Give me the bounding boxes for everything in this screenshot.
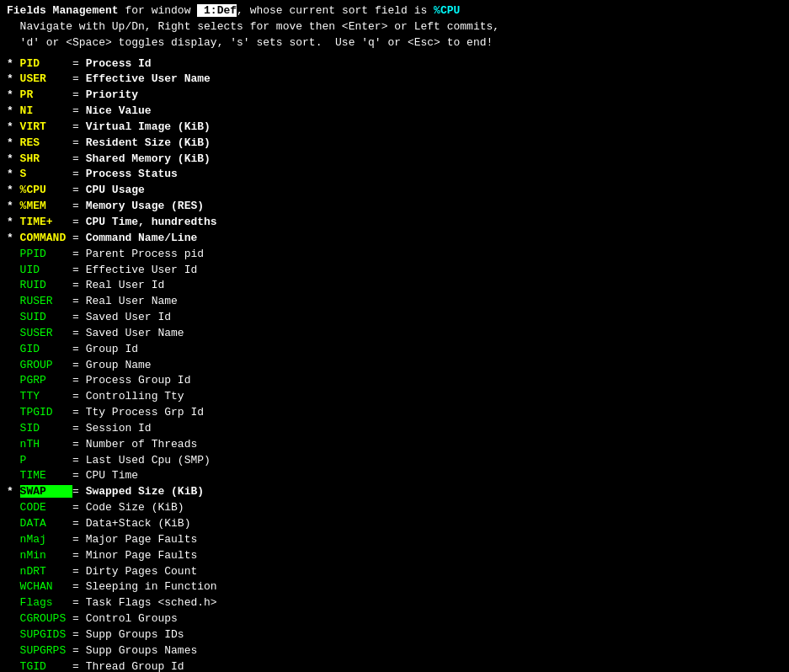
field-row-uid[interactable]: UID = Effective User Id [7, 263, 782, 279]
field-eq: = [72, 644, 86, 657]
field-eq: = [72, 279, 86, 291]
field-desc-time: CPU Time [86, 469, 138, 482]
field-row-p[interactable]: P = Last Used Cpu (SMP) [7, 453, 782, 469]
field-desc-tty: Controlling Tty [86, 390, 184, 403]
field-row-supgids[interactable]: SUPGIDS = Supp Groups IDs [7, 627, 782, 643]
field-row-nmin[interactable]: nMin = Minor Page Faults [7, 548, 782, 564]
field-desc-uid: Effective User Id [86, 264, 198, 276]
field-row-%mem[interactable]: * %MEM = Memory Usage (RES) [7, 199, 782, 215]
field-row-tgid[interactable]: TGID = Thread Group Id [7, 659, 782, 672]
field-eq: = [72, 565, 86, 578]
field-row-suid[interactable]: SUID = Saved User Id [7, 310, 782, 326]
field-desc-pr: Priority [86, 88, 138, 101]
field-row-res[interactable]: * RES = Resident Size (KiB) [7, 136, 782, 152]
field-eq: = [72, 406, 86, 419]
field-name-ni: NI [20, 104, 72, 117]
field-row-wchan[interactable]: WCHAN = Sleeping in Function [7, 579, 782, 595]
field-eq: = [72, 533, 86, 546]
field-desc-%cpu: CPU Usage [86, 184, 145, 196]
field-eq: = [72, 485, 86, 498]
field-row-nmaj[interactable]: nMaj = Major Page Faults [7, 532, 782, 548]
field-star-tty [7, 390, 20, 403]
field-row-supgrps[interactable]: SUPGRPS = Supp Groups Names [7, 643, 782, 659]
field-row-suser[interactable]: SUSER = Saved User Name [7, 326, 782, 342]
field-row-pr[interactable]: * PR = Priority [7, 88, 782, 104]
field-eq: = [72, 152, 86, 165]
field-name-%mem: %MEM [20, 200, 72, 212]
field-row-ruser[interactable]: RUSER = Real User Name [7, 294, 782, 310]
field-eq: = [72, 232, 86, 244]
field-desc-gid: Group Id [86, 343, 138, 355]
header-sort-prefix: , whose current sort field is [237, 4, 434, 17]
field-name-shr: SHR [20, 152, 72, 165]
field-eq: = [72, 469, 86, 482]
terminal-container: Fields Management for window 1:Def, whos… [7, 3, 782, 672]
field-row-group[interactable]: GROUP = Group Name [7, 358, 782, 374]
field-star-s: * [7, 168, 20, 180]
field-star-time+: * [7, 216, 20, 228]
field-name-ruid: RUID [20, 279, 72, 291]
field-name-pr: PR [20, 88, 72, 101]
field-eq: = [72, 264, 86, 276]
field-eq: = [72, 438, 86, 451]
field-row-flags[interactable]: Flags = Task Flags <sched.h> [7, 595, 782, 611]
field-row-virt[interactable]: * VIRT = Virtual Image (KiB) [7, 120, 782, 136]
field-row-code[interactable]: CODE = Code Size (KiB) [7, 500, 782, 516]
field-eq: = [72, 501, 86, 514]
field-row-pgrp[interactable]: PGRP = Process Group Id [7, 373, 782, 389]
field-row-command[interactable]: * COMMAND = Command Name/Line [7, 231, 782, 247]
field-eq: = [72, 104, 86, 117]
field-row-ndrt[interactable]: nDRT = Dirty Pages Count [7, 564, 782, 580]
field-star-p [7, 454, 20, 467]
field-star-wchan [7, 580, 20, 593]
field-star-nth [7, 438, 20, 451]
field-name-cgroups: CGROUPS [20, 612, 72, 625]
header-for-window: for window [119, 4, 198, 17]
field-row-tty[interactable]: TTY = Controlling Tty [7, 389, 782, 405]
field-row-ruid[interactable]: RUID = Real User Id [7, 278, 782, 294]
field-name-time+: TIME+ [20, 216, 72, 228]
field-row-%cpu[interactable]: * %CPU = CPU Usage [7, 183, 782, 199]
field-row-user[interactable]: * USER = Effective User Name [7, 72, 782, 88]
field-row-time+[interactable]: * TIME+ = CPU Time, hundredths [7, 215, 782, 231]
field-desc-ni: Nice Value [86, 104, 152, 117]
field-name-p: P [20, 454, 72, 467]
field-star-gid [7, 343, 20, 355]
field-row-ppid[interactable]: PPID = Parent Process pid [7, 247, 782, 263]
field-row-swap[interactable]: * SWAP = Swapped Size (KiB) [7, 484, 782, 500]
field-desc-command: Command Name/Line [86, 232, 198, 244]
field-eq: = [72, 327, 86, 339]
field-name-%cpu: %CPU [20, 184, 72, 196]
field-row-pid[interactable]: * PID = Process Id [7, 56, 782, 72]
field-desc-time+: CPU Time, hundredths [86, 216, 217, 228]
field-name-gid: GID [20, 343, 72, 355]
field-star-ppid [7, 248, 20, 260]
field-row-nth[interactable]: nTH = Number of Threads [7, 437, 782, 453]
field-name-ruser: RUSER [20, 295, 72, 307]
field-desc-swap: Swapped Size (KiB) [86, 485, 204, 498]
field-desc-cgroups: Control Groups [86, 612, 178, 625]
field-desc-supgrps: Supp Groups Names [86, 644, 198, 657]
field-row-sid[interactable]: SID = Session Id [7, 421, 782, 437]
field-row-data[interactable]: DATA = Data+Stack (KiB) [7, 516, 782, 532]
field-row-s[interactable]: * S = Process Status [7, 167, 782, 183]
field-eq: = [72, 88, 86, 101]
field-star-tgid [7, 660, 20, 672]
field-desc-ppid: Parent Process pid [86, 248, 204, 260]
field-row-cgroups[interactable]: CGROUPS = Control Groups [7, 611, 782, 627]
field-star-data [7, 517, 20, 530]
field-row-gid[interactable]: GID = Group Id [7, 342, 782, 358]
field-row-shr[interactable]: * SHR = Shared Memory (KiB) [7, 152, 782, 168]
field-eq: = [72, 184, 86, 196]
field-row-ni[interactable]: * NI = Nice Value [7, 104, 782, 120]
field-name-suser: SUSER [20, 327, 72, 339]
field-name-tty: TTY [20, 390, 72, 403]
field-desc-suser: Saved User Name [86, 327, 184, 339]
field-name-uid: UID [20, 264, 72, 276]
field-desc-tpgid: Tty Process Grp Id [86, 406, 204, 419]
field-name-suid: SUID [20, 311, 72, 323]
field-star-group [7, 359, 20, 371]
field-row-time[interactable]: TIME = CPU Time [7, 468, 782, 484]
field-name-res: RES [20, 136, 72, 149]
field-row-tpgid[interactable]: TPGID = Tty Process Grp Id [7, 405, 782, 421]
